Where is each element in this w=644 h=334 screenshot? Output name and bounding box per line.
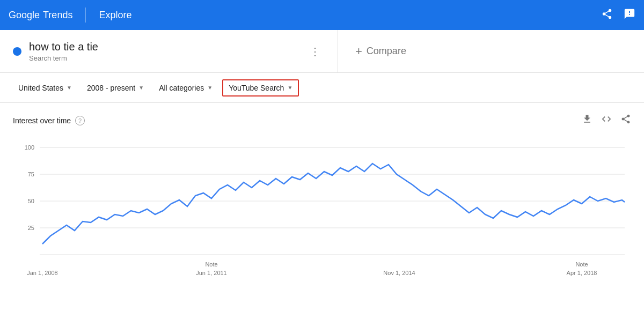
time-range-filter[interactable]: 2008 - present ▼ [82,80,149,95]
chart-container: 100 75 50 25 Jan 1, 2008 Jun 1, 2011 Nov… [13,131,631,281]
svg-text:Jan 1, 2008: Jan 1, 2008 [27,270,58,276]
search-term-area: how to tie a tie Search term ⋮ [0,30,338,72]
search-dot [13,47,21,56]
search-term-title: how to tie a tie [29,41,305,53]
svg-text:50: 50 [28,198,34,204]
download-icon[interactable] [582,114,592,127]
search-section: how to tie a tie Search term ⋮ + Compare [0,30,644,73]
feedback-icon[interactable] [624,8,635,23]
svg-text:Note: Note [205,261,217,268]
app-header: Google Trends Explore [0,0,644,30]
svg-text:Apr 1, 2018: Apr 1, 2018 [567,270,597,276]
time-range-arrow-icon: ▼ [138,85,144,91]
category-filter[interactable]: All categories ▼ [153,80,218,95]
search-type-label: YouTube Search [229,84,284,92]
chart-header: Interest over time ? [13,114,631,127]
header-left: Google Trends Explore [9,8,131,23]
header-divider [85,8,86,23]
region-label: United States [18,84,63,92]
help-icon[interactable]: ? [75,116,85,125]
compare-plus-icon: + [355,44,362,58]
google-logo-text: Google [9,10,40,21]
time-range-label: 2008 - present [87,84,135,92]
more-options-icon[interactable]: ⋮ [305,41,325,62]
chart-title-area: Interest over time ? [13,116,85,125]
svg-text:Note: Note [575,261,588,268]
category-arrow-icon: ▼ [207,85,213,91]
search-type-filter[interactable]: YouTube Search ▼ [222,79,299,97]
compare-label: Compare [367,46,406,57]
filters-section: United States ▼ 2008 - present ▼ All cat… [0,73,644,103]
search-term-type: Search term [29,54,305,62]
region-filter[interactable]: United States ▼ [13,80,77,95]
trends-logo-text: Trends [43,10,72,21]
embed-icon[interactable] [601,114,612,127]
explore-label: Explore [99,10,131,21]
google-trends-logo: Google Trends [9,10,72,21]
search-type-arrow-icon: ▼ [287,85,292,91]
svg-text:Jun 1, 2011: Jun 1, 2011 [196,270,227,276]
chart-actions [582,114,631,127]
svg-text:100: 100 [25,144,34,151]
trend-chart: 100 75 50 25 Jan 1, 2008 Jun 1, 2011 Nov… [13,131,631,281]
header-icons [601,8,635,23]
region-arrow-icon: ▼ [67,85,72,91]
chart-section: Interest over time ? 100 75 50 [0,103,644,281]
compare-area: + Compare [338,30,644,72]
svg-text:25: 25 [28,225,34,231]
category-label: All categories [159,84,204,92]
share-chart-icon[interactable] [620,114,631,127]
svg-text:Nov 1, 2014: Nov 1, 2014 [383,270,415,276]
chart-title: Interest over time [13,116,71,125]
search-term-info: how to tie a tie Search term [29,41,305,62]
compare-button[interactable]: + Compare [355,44,406,58]
share-icon[interactable] [601,8,613,23]
svg-text:75: 75 [28,171,34,177]
